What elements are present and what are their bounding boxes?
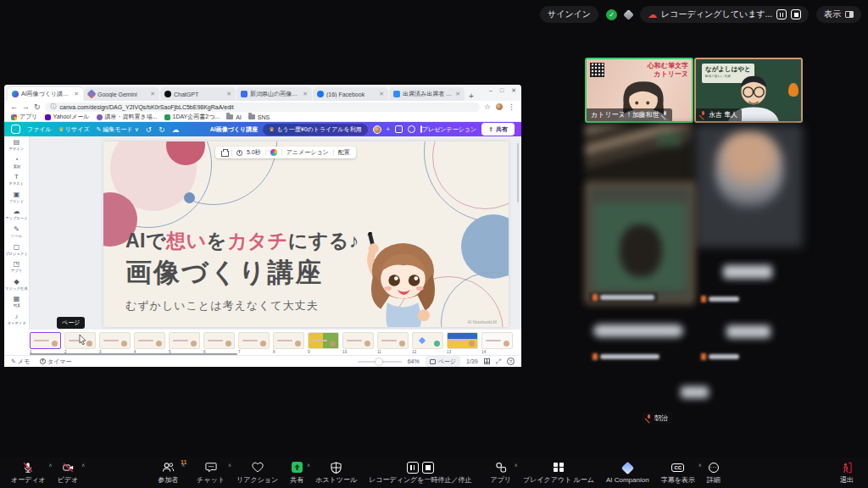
canvas-scrollbar[interactable] (517, 143, 519, 202)
stop-recording-icon[interactable] (422, 462, 434, 474)
notes-button[interactable]: ✎ メモ (11, 358, 30, 366)
close-tab-icon[interactable]: ✕ (379, 91, 384, 97)
bookmark-folder-ai[interactable]: AI (226, 114, 242, 120)
pause-recording-icon[interactable] (407, 462, 419, 474)
sidebar-item-apps[interactable]: ◳アプリ (4, 261, 29, 278)
comment-icon[interactable] (408, 125, 415, 133)
participants-options-chevron[interactable]: ∧ (181, 462, 185, 468)
tab-chatgpt[interactable]: ChatGPT✕ (160, 87, 236, 101)
zoom-slider[interactable] (358, 361, 402, 363)
share-screen-button[interactable]: 共有 ∧ (284, 458, 309, 488)
filmstrip-thumb[interactable] (481, 332, 513, 349)
fullscreen-icon[interactable]: ⤢ (496, 358, 501, 366)
undo-icon[interactable]: ↺ (146, 125, 153, 134)
reload-icon[interactable]: ↻ (34, 103, 41, 111)
video-tile-blurred[interactable] (586, 182, 694, 303)
more-button[interactable]: ··· 詳細 (701, 458, 726, 488)
maximize-button[interactable]: □ (500, 87, 504, 94)
canva-resize-button[interactable]: ♛ リサイズ (58, 125, 90, 134)
close-tab-icon[interactable]: ✕ (303, 91, 308, 97)
leave-button[interactable]: 退出 (834, 458, 860, 488)
bookmark-star-icon[interactable]: ☆ (484, 103, 491, 111)
canva-logo-icon[interactable] (11, 125, 20, 134)
design-title[interactable]: AI画像づくり講座 (210, 125, 259, 134)
redo-icon[interactable]: ↻ (159, 125, 165, 134)
filmstrip-thumb[interactable] (412, 332, 443, 349)
sign-in-button[interactable]: サインイン (540, 6, 598, 23)
filmstrip-thumb[interactable] (203, 332, 235, 349)
grid-view-icon[interactable] (484, 358, 490, 364)
security-shield-icon[interactable]: ✓ (606, 9, 617, 20)
slide-canvas[interactable]: 5.0秒 アニメーション 配置 AIで想いをカタチにする♪ 画像づくり講座 むず… (103, 141, 509, 327)
duration-value[interactable]: 5.0秒 (247, 148, 261, 157)
bookmark-folder-sns[interactable]: SNS (248, 114, 270, 120)
pause-recording-button[interactable] (776, 9, 787, 19)
add-member-icon[interactable]: + (387, 126, 390, 132)
tab-facebook[interactable]: (16) Facebook✕ (313, 87, 388, 101)
reactions-button[interactable]: リアクション (231, 458, 284, 488)
sidebar-item-projects[interactable]: ▢プロジェクト (4, 243, 29, 260)
filmstrip-thumb[interactable] (273, 332, 304, 349)
trial-button[interactable]: ♛もう一度¥0のトライアルを利用 (263, 124, 368, 136)
close-button[interactable]: ✕ (511, 87, 516, 94)
filmstrip-thumb[interactable] (134, 332, 165, 349)
sidebar-item-brand[interactable]: ▣ブランド (4, 191, 29, 208)
tab-zoom[interactable]: 出席済み出席者 - Zoom✕ (389, 87, 465, 101)
color-wheel-icon[interactable] (270, 149, 277, 156)
browser-menu-icon[interactable]: ⋮ (508, 103, 515, 111)
filmstrip-thumb[interactable] (308, 332, 339, 349)
timer-button[interactable]: タイマー (40, 358, 71, 366)
video-options-chevron[interactable]: ∧ (81, 462, 85, 468)
sidebar-item-photos[interactable]: ▦写真 (4, 296, 29, 313)
filmstrip-thumb[interactable] (377, 332, 409, 349)
bookmark-materials[interactable]: 講座・資料置き場... (97, 113, 158, 121)
url-field[interactable]: ⓘ canva.com/design/DAG_Y2IVQs/bK0rSaoFjb… (45, 103, 480, 112)
browser-profile-avatar[interactable] (495, 103, 504, 111)
filmstrip-thumb[interactable] (238, 332, 270, 349)
bookmark-apps[interactable]: アプリ (11, 113, 38, 121)
present-button[interactable]: プレゼンテーション (420, 125, 476, 134)
close-tab-icon[interactable]: ✕ (74, 91, 79, 97)
bookmark-sheet[interactable]: 1DAY企画書2つ... (164, 113, 220, 121)
audio-button[interactable]: オーディオ ∧ (5, 458, 52, 488)
page-view-button[interactable]: ページ (426, 356, 460, 367)
site-info-icon[interactable]: ⓘ (51, 103, 57, 111)
sidebar-item-design[interactable]: ▤デザイン (4, 139, 29, 156)
new-tab-button[interactable]: + (469, 92, 474, 101)
animate-button[interactable]: アニメーション (287, 148, 329, 157)
back-icon[interactable]: ← (10, 103, 18, 111)
captions-button[interactable]: CC 字幕を表示 ∧ (655, 458, 701, 488)
filmstrip-thumb[interactable] (169, 332, 200, 349)
canva-share-button[interactable]: ⇪ 共有 (481, 123, 515, 136)
filmstrip-thumb[interactable] (447, 332, 478, 349)
canva-avatar[interactable] (373, 125, 381, 134)
filmstrip-thumb[interactable] (30, 332, 61, 349)
video-tile-blurred[interactable] (695, 125, 803, 247)
sidebar-item-tools[interactable]: ✎ツール (4, 226, 29, 243)
close-tab-icon[interactable]: ✕ (455, 91, 460, 97)
close-tab-icon[interactable]: ✕ (226, 91, 231, 97)
ai-sparkle-icon[interactable] (623, 9, 634, 20)
sidebar-item-audio[interactable]: ♪オーディオ (4, 313, 29, 330)
ai-companion-button[interactable]: AI Companion (600, 458, 655, 488)
video-tile-speaker2[interactable]: ながよしはやと 朝活が楽しい 代表 永吉 隼人 (694, 58, 803, 123)
participants-button[interactable]: 参加者 11 ∧ (152, 458, 184, 488)
video-tile-active-speaker[interactable]: 心和む筆文字 カトリーヌ カトリーヌ！加藤和世 (585, 58, 693, 123)
breakout-rooms-button[interactable]: ブレイクアウト ルーム (517, 458, 600, 488)
forward-icon[interactable]: → (22, 103, 30, 111)
view-button[interactable]: 表示 (816, 6, 861, 23)
video-tile-blurred[interactable] (585, 125, 693, 180)
sidebar-item-elements[interactable]: ◔素材 (4, 157, 29, 174)
help-icon[interactable]: ? (507, 358, 515, 365)
chat-button[interactable]: チャット ∧ (191, 458, 231, 488)
apps-button[interactable]: アプリ ∧ (484, 458, 517, 488)
filmstrip-thumb[interactable] (99, 332, 131, 349)
stop-recording-button[interactable] (791, 9, 801, 19)
canva-edit-mode-menu[interactable]: ✎ 編集モード ∨ (97, 125, 139, 134)
delete-icon[interactable] (221, 149, 227, 156)
tab-gemini[interactable]: Google Gemini✕ (84, 87, 159, 101)
host-tools-button[interactable]: ホストツール (309, 458, 363, 488)
video-button[interactable]: ビデオ ∧ (52, 458, 85, 488)
sidebar-item-text[interactable]: Tテキスト (4, 174, 29, 191)
sidebar-item-magic[interactable]: ◆マジック生成 (4, 278, 29, 295)
